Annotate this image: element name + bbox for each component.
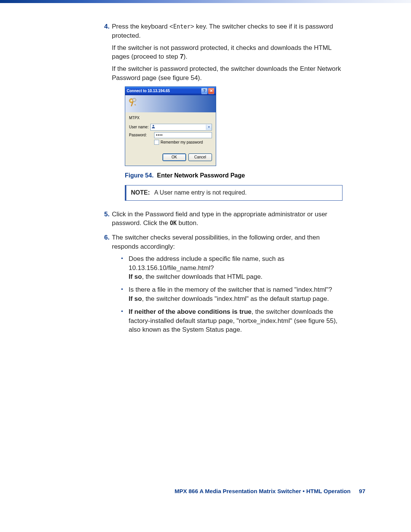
step-number: 4. — [99, 22, 110, 208]
svg-point-6 — [153, 125, 154, 126]
dialog-banner — [125, 95, 216, 112]
page-footer: MPX 866 A Media Presentation Matrix Swit… — [175, 488, 365, 494]
step-body: Click in the Password field and type in … — [112, 210, 342, 231]
text: Click in the Password field and type in … — [112, 211, 327, 227]
step-4: 4. Press the keyboard <Enter> key. The s… — [99, 22, 342, 208]
ok-button[interactable]: OK — [162, 153, 186, 161]
bullet-2: Is there a file in the memory of the swi… — [119, 285, 342, 304]
step-4-line-1: Press the keyboard <Enter> key. The swit… — [112, 22, 342, 40]
password-label: Password: — [129, 133, 154, 138]
step-5: 5. Click in the Password field and type … — [99, 210, 342, 231]
password-input[interactable] — [154, 132, 212, 138]
note-label: NOTE: — [131, 189, 150, 196]
text: ). — [183, 53, 187, 60]
enter-key: Enter — [173, 23, 190, 30]
password-row: Password: — [129, 132, 212, 138]
document-page: 4. Press the keyboard <Enter> key. The s… — [0, 3, 411, 510]
text: Is there a file in the memory of the swi… — [129, 286, 332, 293]
text: If the switcher is not password protecte… — [112, 44, 331, 61]
text: , the switcher downloads that HTML page. — [142, 273, 263, 280]
close-icon[interactable]: ✕ — [208, 88, 214, 94]
step-ref-7: 7 — [180, 53, 183, 60]
text: Does the address include a specific file… — [129, 255, 284, 272]
step-body: Press the keyboard <Enter> key. The swit… — [112, 22, 342, 208]
connect-dialog: Connect to 10.13.194.65 ? ✕ — [125, 86, 216, 166]
chevron-down-icon[interactable]: ▾ — [206, 125, 212, 130]
keys-icon — [127, 97, 139, 110]
step-5-line-1: Click in the Password field and type in … — [112, 210, 342, 228]
content-area: 4. Press the keyboard <Enter> key. The s… — [99, 22, 342, 338]
figure-label: Figure 54. — [125, 172, 154, 179]
svg-point-5 — [134, 99, 135, 101]
footer-text: MPX 866 A Media Presentation Matrix Swit… — [175, 488, 350, 494]
page-number: 97 — [359, 488, 365, 494]
step-number: 6. — [99, 233, 110, 338]
svg-point-1 — [131, 100, 132, 102]
remember-label: Remember my password — [161, 140, 203, 145]
dialog-buttons: OK Cancel — [129, 153, 212, 161]
ok-keyword: OK — [170, 220, 177, 227]
step-number: 5. — [99, 210, 110, 231]
svg-rect-3 — [134, 104, 136, 105]
step-6: 6. The switcher checks several possibili… — [99, 233, 342, 338]
text: Press the keyboard < — [112, 23, 173, 30]
dialog-titlebar: Connect to 10.13.194.65 ? ✕ — [125, 87, 216, 95]
note-text: A User name entry is not required. — [154, 189, 247, 196]
step-4-line-2: If the switcher is not password protecte… — [112, 43, 342, 62]
username-input[interactable] — [156, 125, 206, 129]
remember-checkbox[interactable] — [154, 140, 159, 145]
help-icon[interactable]: ? — [201, 88, 207, 94]
step-body: The switcher checks several possibilitie… — [112, 233, 342, 338]
figure-caption: Figure 54. Enter Network Password Page — [125, 171, 342, 180]
person-icon — [151, 125, 156, 130]
if-so-label: If so — [129, 273, 142, 280]
step-6-intro: The switcher checks several possibilitie… — [112, 233, 342, 251]
dialog-title: Connect to 10.13.194.65 — [127, 88, 201, 94]
cancel-button[interactable]: Cancel — [188, 153, 212, 161]
page-top-strip — [0, 0, 411, 3]
dialog-body: MTPX User name: ▾ — [125, 112, 216, 166]
dialog-section-label: MTPX — [129, 115, 212, 121]
text: , the switcher downloads "index.html" as… — [142, 295, 329, 302]
bullet-3: If neither of the above conditions is tr… — [119, 307, 342, 334]
username-label: User name: — [129, 125, 150, 130]
if-neither-label: If neither of the above conditions is tr… — [129, 308, 252, 315]
remember-row: Remember my password — [154, 140, 212, 145]
figure-text: Enter Network Password Page — [157, 172, 245, 179]
username-combo[interactable]: ▾ — [150, 124, 212, 131]
if-so-label: If so — [129, 295, 142, 302]
text: button. — [177, 219, 198, 227]
step-4-line-3: If the switcher is password protected, t… — [112, 64, 342, 83]
step-6-bullets: Does the address include a specific file… — [119, 254, 342, 334]
note-box: NOTE: A User name entry is not required. — [125, 185, 342, 200]
username-row: User name: ▾ — [129, 124, 212, 131]
bullet-1: Does the address include a specific file… — [119, 254, 342, 281]
